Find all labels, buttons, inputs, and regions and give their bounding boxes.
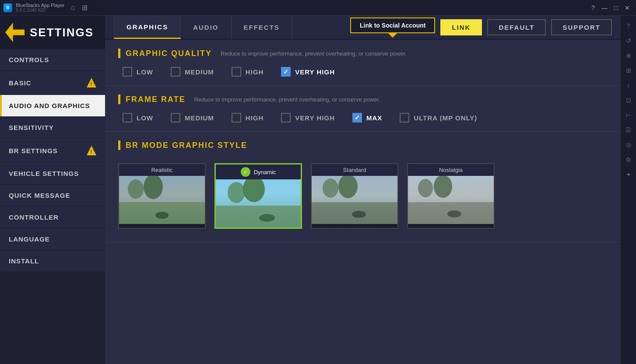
- style-card-realistic-header: Realistic: [119, 164, 205, 176]
- nav-home-icon[interactable]: ⌂: [68, 3, 77, 13]
- checkbox-fr-low[interactable]: [123, 113, 132, 122]
- right-sidebar: ? ↺ ⊕ ⊞ ↕ ⊡ ⊢ ☰ ◎ ⚙ ✦: [621, 16, 636, 364]
- right-icon-settings[interactable]: ⚙: [622, 153, 635, 166]
- checkbox-fr-high[interactable]: [232, 113, 241, 122]
- label-fr-low: LOW: [137, 114, 153, 122]
- style-card-realistic-img: [119, 176, 205, 224]
- option-gq-veryhigh[interactable]: VERY HIGH: [281, 67, 335, 77]
- sidebar-item-language[interactable]: LANGUAGE: [0, 228, 105, 250]
- option-fr-high[interactable]: HIGH: [232, 113, 264, 122]
- help-button[interactable]: ?: [588, 3, 598, 13]
- style-card-standard[interactable]: Standard: [311, 163, 398, 229]
- link-button[interactable]: LINK: [440, 19, 482, 35]
- option-fr-max[interactable]: MAX: [352, 113, 382, 122]
- title-bar-info: BlueStacks App Player 5.8.0.1040 N32: [16, 3, 64, 13]
- default-button[interactable]: DEFAULT: [487, 19, 546, 35]
- label-fr-veryhigh: VERY HIGH: [295, 114, 335, 122]
- option-fr-ultra[interactable]: ULTRA (MP Only): [400, 113, 477, 122]
- sidebar-item-sensitivity-label: SENSITIVITY: [9, 124, 54, 131]
- graphic-quality-desc: Reduce to improve performance, prevent o…: [221, 50, 407, 57]
- link-social-wrapper: Link to Social Account: [350, 18, 435, 38]
- right-icon-circle[interactable]: ◎: [622, 138, 635, 151]
- checkbox-fr-max[interactable]: [352, 113, 362, 122]
- style-card-nostalgia-img: [408, 176, 494, 224]
- sidebar-item-basic[interactable]: BASIC: [0, 71, 105, 95]
- style-card-dynamic[interactable]: ✓ Dynamic: [214, 163, 302, 229]
- frame-rate-desc: Reduce to improve performance, prevent o…: [194, 96, 380, 103]
- sidebar-item-quick-message[interactable]: QUICK MESSAGE: [0, 185, 105, 206]
- right-icon-grid[interactable]: ⊞: [622, 64, 635, 77]
- style-card-nostalgia-header: Nostalgia: [408, 164, 494, 176]
- svg-point-16: [418, 179, 433, 197]
- sidebar-item-controller[interactable]: CONTROLLER: [0, 206, 105, 228]
- svg-point-1: [128, 179, 144, 199]
- option-fr-low[interactable]: LOW: [123, 113, 153, 122]
- link-social-button[interactable]: Link to Social Account: [350, 18, 435, 33]
- graphic-quality-header: GRAPHIC QUALITY Reduce to improve perfor…: [118, 49, 608, 58]
- graphic-quality-options: LOW MEDIUM HIGH VERY HIGH: [118, 67, 608, 77]
- tab-effects[interactable]: EFFECTS: [232, 16, 292, 39]
- dynamic-check-icon: ✓: [241, 167, 250, 177]
- style-card-dynamic-header: ✓ Dynamic: [216, 164, 301, 179]
- option-fr-veryhigh[interactable]: VERY HIGH: [281, 113, 335, 122]
- app-icon: B: [4, 4, 12, 12]
- sidebar-item-language-label: LANGUAGE: [9, 235, 50, 243]
- option-gq-medium[interactable]: MEDIUM: [171, 67, 214, 77]
- tab-audio[interactable]: AUDIO: [181, 16, 231, 39]
- style-card-nostalgia-label: Nostalgia: [439, 167, 463, 173]
- nav-grid-icon[interactable]: ⊞: [79, 3, 90, 13]
- option-fr-medium[interactable]: MEDIUM: [171, 113, 214, 122]
- frame-rate-title: FRAME RATE: [126, 95, 186, 104]
- top-bar-actions: Link to Social Account LINK DEFAULT SUPP…: [350, 16, 612, 39]
- settings-header: SETTINGS: [0, 16, 105, 49]
- checkbox-fr-medium[interactable]: [171, 113, 180, 122]
- right-icon-resize[interactable]: ↕: [622, 79, 635, 92]
- option-gq-high[interactable]: HIGH: [232, 67, 264, 77]
- right-icon-star[interactable]: ✦: [622, 168, 635, 181]
- label-fr-high: HIGH: [246, 114, 264, 122]
- tab-group: GRAPHICS AUDIO EFFECTS: [114, 16, 292, 39]
- svg-point-4: [155, 212, 169, 219]
- checkbox-gq-veryhigh[interactable]: [281, 67, 291, 77]
- app-title: BlueStacks App Player: [16, 3, 64, 8]
- minimize-button[interactable]: —: [599, 3, 610, 13]
- frame-rate-bar: [118, 94, 120, 104]
- right-icon-menu[interactable]: ☰: [622, 123, 635, 136]
- right-icon-add[interactable]: ⊕: [622, 49, 635, 62]
- back-arrow-icon[interactable]: [5, 23, 25, 42]
- top-bar: GRAPHICS AUDIO EFFECTS Link to Social Ac…: [105, 16, 621, 40]
- sidebar-item-audio-graphics[interactable]: AUDIO AND GRAPHICS: [0, 95, 105, 117]
- settings-title: SETTINGS: [30, 26, 94, 39]
- checkbox-fr-ultra[interactable]: [400, 113, 409, 122]
- option-gq-low[interactable]: LOW: [123, 67, 153, 77]
- right-icon-help[interactable]: ?: [622, 19, 635, 32]
- close-button[interactable]: ✕: [622, 3, 632, 13]
- style-card-realistic[interactable]: Realistic: [118, 163, 206, 229]
- checkbox-fr-veryhigh[interactable]: [281, 113, 291, 122]
- graphic-quality-title: GRAPHIC QUALITY: [126, 49, 212, 58]
- sidebar-item-install[interactable]: INSTALL: [0, 250, 105, 272]
- label-gq-medium: MEDIUM: [185, 68, 214, 76]
- right-icon-arrow[interactable]: ⊢: [622, 108, 635, 122]
- checkbox-gq-medium[interactable]: [171, 67, 180, 77]
- label-gq-low: LOW: [137, 68, 153, 76]
- svg-point-9: [259, 214, 275, 222]
- tab-graphics[interactable]: GRAPHICS: [114, 16, 181, 39]
- maximize-button[interactable]: □: [611, 3, 621, 13]
- sidebar-item-br-settings[interactable]: BR SETTINGS: [0, 139, 105, 163]
- right-icon-box[interactable]: ⊡: [622, 94, 635, 107]
- sidebar-item-vehicle-settings-label: VEHICLE SETTINGS: [9, 170, 79, 177]
- svg-point-17: [434, 176, 452, 198]
- support-button[interactable]: SUPPORT: [551, 19, 612, 35]
- label-fr-medium: MEDIUM: [185, 114, 214, 122]
- title-bar-controls: ? — □ ✕: [588, 3, 632, 13]
- style-card-standard-header: Standard: [312, 164, 397, 176]
- style-card-nostalgia[interactable]: Nostalgia: [407, 163, 495, 229]
- sidebar-item-controls[interactable]: CONTROLS: [0, 49, 105, 71]
- right-icon-refresh[interactable]: ↺: [622, 34, 635, 47]
- sidebar-item-sensitivity[interactable]: SENSITIVITY: [0, 117, 105, 139]
- svg-point-19: [447, 210, 461, 217]
- checkbox-gq-high[interactable]: [232, 67, 241, 77]
- checkbox-gq-low[interactable]: [123, 67, 132, 77]
- sidebar-item-vehicle-settings[interactable]: VEHICLE SETTINGS: [0, 163, 105, 185]
